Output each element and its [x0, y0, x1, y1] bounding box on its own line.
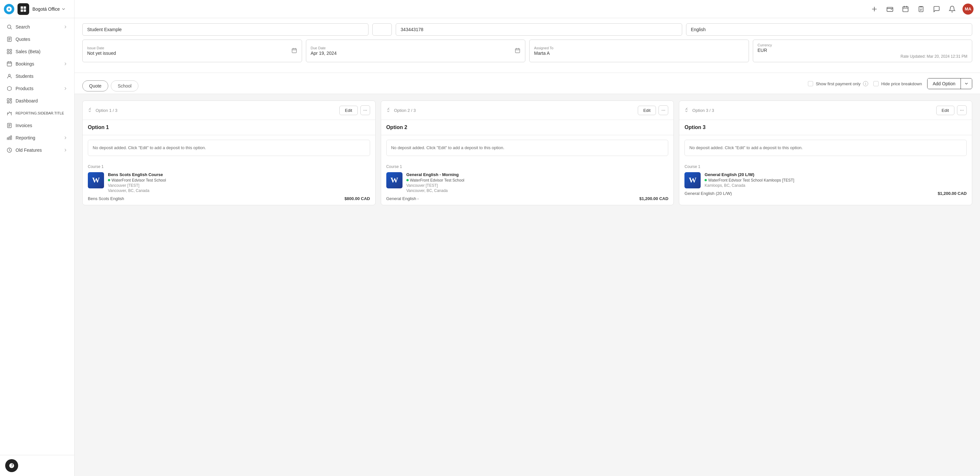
sidebar-item-products[interactable]: Products — [1, 82, 73, 95]
tabs: Quote School — [82, 80, 138, 91]
sidebar-item-dashboard[interactable]: Dashboard — [1, 95, 73, 107]
svg-rect-25 — [515, 49, 520, 53]
option-card-3: Option 3 / 3 Edit Option 3 No de — [679, 100, 972, 205]
app-logo[interactable] — [4, 4, 14, 14]
option-3-course: Course 1 W General English (20 L/W) Wate… — [679, 161, 972, 200]
user-avatar[interactable]: MA — [963, 3, 974, 14]
language-field[interactable]: English — [686, 23, 972, 36]
svg-point-33 — [961, 110, 962, 111]
issue-date-field[interactable]: Issue Date Not yet issued — [82, 40, 302, 62]
svg-rect-8 — [10, 49, 12, 51]
option-3-school-logo: W — [684, 172, 701, 188]
options-area: Option 1 / 3 Edit Option 1 No de — [75, 94, 980, 212]
option-3-header: Option 3 / 3 Edit — [679, 101, 972, 120]
rate-updated: Rate Updated: Mar 20, 2024 12:31 PM — [758, 54, 968, 59]
show-first-payment-checkbox[interactable]: Show first payment only i — [808, 81, 868, 86]
option-3-more-button[interactable] — [957, 105, 967, 115]
sidebar: Bogotá Office Search Quotes Sales (Beta) — [0, 0, 75, 476]
assigned-to-field[interactable]: Assigned To Marta A — [529, 40, 749, 62]
option-card-1: Option 1 / 3 Edit Option 1 No de — [82, 100, 375, 205]
student-field[interactable]: Student Example — [82, 23, 369, 36]
svg-point-31 — [665, 110, 665, 111]
svg-point-28 — [366, 110, 367, 111]
sidebar-item-old-features[interactable]: Old Features — [1, 144, 73, 156]
calendar-icon[interactable] — [900, 4, 911, 14]
svg-rect-22 — [903, 6, 908, 12]
svg-rect-9 — [7, 52, 9, 54]
svg-rect-10 — [10, 52, 12, 54]
show-first-payment-info[interactable]: i — [863, 81, 868, 86]
svg-point-19 — [10, 463, 14, 468]
svg-rect-24 — [292, 49, 296, 53]
school-online-dot-2 — [406, 179, 409, 181]
main-content: MA Student Example 343443178 — [75, 0, 980, 476]
hide-price-breakdown-checkbox[interactable]: Hide price breakdown — [873, 81, 922, 86]
sidebar-item-bookings[interactable]: Bookings — [1, 58, 73, 70]
svg-rect-16 — [7, 102, 9, 103]
svg-point-20 — [12, 466, 12, 467]
option-1-course: Course 1 W Bens Scots English Course Wat… — [83, 161, 375, 205]
student-id-field[interactable] — [372, 23, 392, 36]
option-1-edit-button[interactable]: Edit — [339, 106, 358, 115]
brand-icon[interactable] — [18, 3, 29, 15]
clipboard-icon[interactable] — [916, 4, 926, 14]
form-area: Student Example 343443178 English — [75, 18, 980, 73]
sidebar-item-reporting-beta[interactable]: REPORTING.SIDEBAR.TITLE — [1, 107, 73, 119]
svg-rect-11 — [7, 62, 12, 66]
svg-rect-4 — [24, 9, 26, 11]
svg-rect-13 — [7, 99, 9, 101]
add-option-chevron-icon[interactable] — [961, 79, 972, 89]
svg-rect-2 — [24, 6, 26, 8]
svg-point-30 — [663, 110, 664, 111]
chat-icon[interactable] — [931, 4, 942, 14]
sidebar-top: Bogotá Office — [0, 0, 74, 18]
option-1-header: Option 1 / 3 Edit — [83, 101, 375, 120]
show-first-payment-input[interactable] — [808, 81, 813, 86]
svg-rect-7 — [7, 49, 9, 51]
option-1-more-button[interactable] — [360, 105, 370, 115]
tab-quote[interactable]: Quote — [82, 80, 108, 91]
option-1-deposit: No deposit added. Click "Edit" to add a … — [88, 140, 370, 156]
content-area: Student Example 343443178 English — [75, 18, 980, 476]
sidebar-item-invoices[interactable]: Invoices — [1, 119, 73, 132]
sidebar-item-reporting[interactable]: Reporting — [1, 132, 73, 144]
student-id-number[interactable]: 343443178 — [396, 23, 682, 36]
option-2-header: Option 2 / 3 Edit — [381, 101, 674, 120]
hide-price-breakdown-input[interactable] — [873, 81, 878, 86]
svg-point-27 — [365, 110, 366, 111]
school-online-dot — [108, 179, 110, 181]
office-selector[interactable]: Bogotá Office — [32, 6, 66, 12]
bell-icon[interactable] — [947, 4, 957, 14]
option-2-course: Course 1 W General English - Morning Wat… — [381, 161, 674, 205]
option-2-deposit: No deposit added. Click "Edit" to add a … — [386, 140, 668, 156]
svg-point-34 — [963, 110, 964, 111]
svg-point-12 — [8, 74, 10, 76]
support-button[interactable] — [5, 459, 18, 472]
sidebar-item-students[interactable]: Students — [1, 70, 73, 82]
svg-rect-3 — [21, 9, 23, 11]
svg-rect-21 — [887, 7, 893, 11]
sidebar-item-search[interactable]: Search — [1, 21, 73, 33]
currency-field[interactable]: Currency EUR Rate Updated: Mar 20, 2024 … — [753, 40, 972, 62]
wallet-icon[interactable] — [885, 4, 895, 14]
due-date-field[interactable]: Due Date Apr 19, 2024 — [306, 40, 526, 62]
tab-school[interactable]: School — [111, 80, 138, 91]
school-online-dot-3 — [705, 179, 707, 181]
option-2-edit-button[interactable]: Edit — [638, 106, 656, 115]
svg-point-32 — [960, 110, 961, 111]
tab-area: Quote School Show first payment only i H… — [75, 73, 980, 94]
add-option-button[interactable]: Add Option — [927, 78, 972, 89]
option-1-school-logo: W — [88, 172, 104, 188]
option-2-price-row: General English - $1,200.00 CAD — [386, 196, 668, 201]
form-row-dates: Issue Date Not yet issued Due Date Apr 1… — [82, 40, 972, 62]
option-2-course-item: W General English - Morning WaterFront E… — [386, 172, 668, 194]
topbar: MA — [75, 0, 980, 18]
option-2-more-button[interactable] — [659, 105, 668, 115]
option-3-edit-button[interactable]: Edit — [936, 106, 955, 115]
option-1-course-item: W Bens Scots English Course WaterFront E… — [88, 172, 370, 194]
sidebar-item-quotes[interactable]: Quotes — [1, 33, 73, 45]
sidebar-item-sales[interactable]: Sales (Beta) — [1, 45, 73, 58]
option-1-price-row: Bens Scots English $800.00 CAD — [88, 196, 370, 201]
sidebar-support — [0, 455, 74, 476]
add-button[interactable] — [869, 4, 880, 14]
